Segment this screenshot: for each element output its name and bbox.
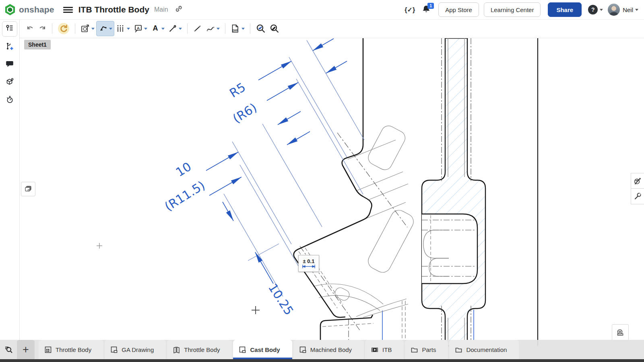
avatar[interactable] [608, 4, 620, 16]
notification-badge: 1 [427, 3, 434, 9]
tolerance-dim-icon [302, 264, 316, 269]
assembly-icon [44, 346, 52, 354]
add-tab-button[interactable]: + [17, 340, 35, 359]
drawing-canvas[interactable]: R5 (R6) 10 (R11.5) 10.25 ± 0.1 Sheet1 [0, 0, 644, 359]
feature-list-panel-button[interactable] [2, 21, 17, 37]
redo-tool[interactable] [36, 21, 48, 36]
folder-icon [455, 346, 462, 354]
versions-icon [5, 42, 14, 52]
tolerance-box[interactable]: ± 0.1 [298, 255, 319, 272]
dimension-lines[interactable] [206, 39, 364, 296]
tab-throttle-body[interactable]: Throttle Body [39, 340, 103, 359]
tab-list: Throttle BodyGA DrawingThrottle BodyCast… [39, 340, 520, 359]
follow-mode-panel-button[interactable] [2, 75, 17, 90]
share-link-icon[interactable] [175, 5, 183, 14]
undo-tool[interactable] [24, 21, 36, 36]
style-settings-button[interactable] [631, 173, 644, 189]
user-name: Neil [623, 6, 633, 13]
toolbar-separator [225, 23, 225, 34]
tab-label: Throttle Body [56, 346, 91, 353]
toolbar-separator [52, 23, 52, 34]
tab-label: Parts [422, 346, 436, 353]
tab-itb[interactable]: ITB [365, 340, 404, 359]
notifications-button[interactable]: 1 [421, 4, 431, 15]
hamburger-menu[interactable] [63, 6, 73, 14]
comments-icon [5, 60, 14, 70]
svg-text:A: A [137, 26, 140, 30]
toolbar-separator [75, 23, 75, 34]
folder-icon [411, 346, 418, 354]
drawing-icon [110, 346, 118, 354]
ordinate-dimension-tool[interactable] [114, 21, 132, 36]
tab-ga-drawing[interactable]: GA Drawing [105, 340, 166, 359]
note-tool[interactable]: A [132, 21, 149, 36]
share-button[interactable]: Share [548, 2, 582, 17]
follow-mode-icon [5, 77, 14, 88]
video-icon [371, 346, 379, 354]
svg-text:A: A [153, 24, 158, 32]
drawing-svg [0, 0, 644, 359]
featurescript-icon[interactable]: {✓} [405, 6, 415, 14]
chevron-down-icon[interactable] [217, 28, 220, 30]
section-view-left [294, 38, 416, 346]
chevron-down-icon[interactable] [242, 28, 245, 30]
tab-documentation[interactable]: Documentation [449, 340, 519, 359]
tab-parts[interactable]: Parts [405, 340, 448, 359]
review-edit-tool[interactable] [268, 21, 281, 36]
sheet-tab[interactable]: Sheet1 [24, 40, 51, 49]
workspace-label[interactable]: Main [154, 6, 168, 13]
help-menu[interactable]: ? [588, 5, 603, 14]
toolbar-separator [250, 23, 250, 34]
chevron-down-icon [635, 9, 638, 11]
search-tabs-button[interactable] [0, 340, 17, 359]
comments-panel-button[interactable] [2, 58, 17, 72]
line-tool[interactable] [191, 21, 204, 36]
performance-icon [5, 95, 14, 105]
pan-cursor [97, 243, 102, 249]
tab-throttle-body[interactable]: Throttle Body [167, 340, 232, 359]
tab-cast-body[interactable]: Cast Body [233, 340, 292, 359]
drawing-toolbar: AADXF [19, 19, 644, 38]
tab-label: ITB [382, 346, 392, 353]
chevron-down-icon[interactable] [161, 28, 165, 30]
chevron-down-icon[interactable] [144, 28, 147, 30]
dimension-tool[interactable] [96, 21, 114, 36]
search-icon [4, 345, 13, 354]
update-tool[interactable] [56, 21, 71, 36]
tab-label: Throttle Body [184, 346, 220, 353]
drawing-properties-button[interactable] [631, 188, 644, 204]
window-bottom-edge [0, 359, 644, 362]
chevron-down-icon[interactable] [179, 28, 182, 30]
wrench-icon [633, 192, 642, 201]
stacked-sheets-icon [24, 185, 33, 193]
document-title: ITB Throttle Body [78, 5, 149, 14]
versions-panel-button[interactable] [2, 40, 17, 54]
chevron-down-icon [600, 9, 603, 11]
tab-label: Cast Body [250, 346, 280, 353]
chevron-down-icon[interactable] [127, 28, 130, 30]
sheets-flyout-button[interactable] [21, 182, 35, 196]
tab-machined-body[interactable]: Machined Body [293, 340, 364, 359]
feature-list-icon [5, 24, 14, 34]
measure-button[interactable] [612, 324, 629, 341]
review-check-tool[interactable] [254, 21, 268, 36]
app-store-button[interactable]: App Store [438, 2, 479, 17]
learning-center-button[interactable]: Learning Center [484, 2, 541, 17]
performance-panel-button[interactable] [2, 93, 17, 107]
document-tab-bar: + Throttle BodyGA DrawingThrottle BodyCa… [0, 340, 644, 359]
insert-view-tool[interactable] [79, 21, 96, 36]
partstudio-icon [173, 346, 180, 354]
left-panel-bar [0, 19, 20, 359]
style-palette-icon [633, 177, 642, 185]
spline-tool[interactable] [204, 21, 221, 36]
chevron-down-icon[interactable] [91, 28, 95, 30]
text-tool[interactable]: A [149, 21, 166, 36]
onshape-logo[interactable]: onshape [4, 4, 54, 16]
callout-tool[interactable] [166, 21, 184, 36]
drawing-icon [239, 346, 246, 354]
user-menu[interactable]: Neil [623, 6, 638, 13]
export-dxf-tool[interactable]: DXF [229, 21, 246, 36]
toolbar-separator [187, 23, 188, 34]
chevron-down-icon[interactable] [109, 28, 112, 30]
svg-text:DXF: DXF [232, 29, 238, 32]
